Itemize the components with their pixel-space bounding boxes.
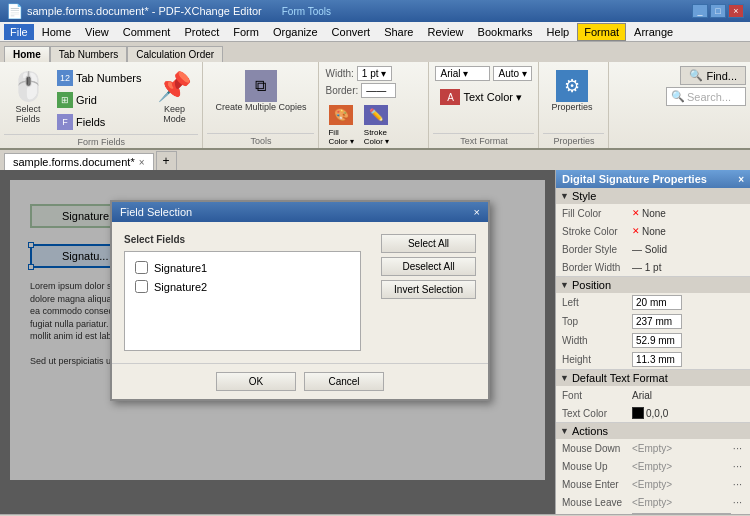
modal-title-bar: Field Selection ×	[112, 202, 488, 222]
section-text-format-header[interactable]: ▼ Default Text Format	[556, 370, 750, 386]
fill-color-row: Fill Color ✕ None	[556, 204, 750, 222]
select-all-button[interactable]: Select All	[381, 234, 476, 253]
section-position-header[interactable]: ▼ Position	[556, 277, 750, 293]
on-focus-dropdown[interactable]: All fields ▾	[632, 513, 731, 514]
menu-comment[interactable]: Comment	[117, 24, 177, 40]
invert-selection-button[interactable]: Invert Selection	[381, 280, 476, 299]
ok-button[interactable]: OK	[216, 372, 296, 391]
font-select[interactable]: Arial ▾	[435, 66, 490, 81]
modal-footer: OK Cancel	[112, 363, 488, 399]
menu-file[interactable]: File	[4, 24, 34, 40]
close-button[interactable]: ×	[728, 4, 744, 18]
width-row: Width 52.9 mm	[556, 331, 750, 350]
top-row: Top 237 mm	[556, 312, 750, 331]
tab-close-button[interactable]: ×	[139, 157, 145, 168]
deselect-all-button[interactable]: Deselect All	[381, 257, 476, 276]
menu-format[interactable]: Format	[577, 23, 626, 41]
search-input[interactable]: 🔍Search...	[666, 87, 746, 106]
section-actions-header[interactable]: ▼ Actions	[556, 423, 750, 439]
tab-numbers-button[interactable]: 12 Tab Numbers	[52, 68, 146, 88]
mouse-leave-ellipsis[interactable]: ···	[731, 496, 744, 508]
tab-home[interactable]: Home	[4, 46, 50, 62]
menu-home[interactable]: Home	[36, 24, 77, 40]
right-panel: Digital Signature Properties × ▼ Style F…	[555, 170, 750, 514]
field-item-signature1[interactable]: Signature1	[131, 258, 354, 277]
mouse-up-ellipsis[interactable]: ···	[731, 460, 744, 472]
form-tools-label: Form Tools	[282, 6, 331, 17]
field-checkbox-signature2[interactable]	[135, 280, 148, 293]
menu-convert[interactable]: Convert	[326, 24, 377, 40]
section-text-format: ▼ Default Text Format Font Arial Text Co…	[556, 370, 750, 423]
document-area: Signature1 Signatu... Lorem ipsum dolor …	[0, 170, 555, 514]
doc-tab-bar: sample.forms.document* × +	[0, 150, 750, 170]
modal-action-buttons: Select All Deselect All Invert Selection	[381, 234, 476, 351]
keep-mode-button[interactable]: 📌 KeepMode	[152, 66, 196, 128]
tab-tab-numbers[interactable]: Tab Numbers	[50, 46, 127, 62]
ribbon: 🖱️ SelectFields 12 Tab Numbers ⊞ Grid F …	[0, 62, 750, 150]
modal-section-label: Select Fields	[124, 234, 361, 245]
field-list: Signature1 Signature2	[124, 251, 361, 351]
field-item-signature2[interactable]: Signature2	[131, 277, 354, 296]
minimize-button[interactable]: _	[692, 4, 708, 18]
section-position: ▼ Position Left 20 mm Top 237 mm Width 5…	[556, 277, 750, 370]
modal-close-button[interactable]: ×	[474, 206, 480, 218]
mouse-up-row: Mouse Up <Empty> ···	[556, 457, 750, 475]
menu-share[interactable]: Share	[378, 24, 419, 40]
create-multiple-copies-button[interactable]: ⧉ Create Multiple Copies	[209, 66, 312, 116]
tab-calculation-order[interactable]: Calculation Order	[127, 46, 223, 62]
stroke-color-row: Stroke Color ✕ None	[556, 222, 750, 240]
title-bar-text: sample.forms.document* - PDF-XChange Edi…	[27, 5, 262, 17]
mouse-down-row: Mouse Down <Empty> ···	[556, 439, 750, 457]
mouse-leave-row: Mouse Leave <Empty> ···	[556, 493, 750, 511]
section-style: ▼ Style Fill Color ✕ None Stroke Color ✕…	[556, 188, 750, 277]
menu-arrange[interactable]: Arrange	[628, 24, 679, 40]
panel-close-button[interactable]: ×	[738, 174, 744, 185]
properties-button[interactable]: ⚙ Properties	[545, 66, 598, 116]
menu-bar: File Home View Comment Protect Form Orga…	[0, 22, 750, 42]
modal-overlay: Field Selection × Select Fields Signatur…	[0, 170, 555, 514]
grid-button[interactable]: ⊞ Grid	[52, 90, 146, 110]
menu-review[interactable]: Review	[421, 24, 469, 40]
find-button[interactable]: 🔍Find...	[680, 66, 746, 85]
select-fields-button[interactable]: 🖱️ SelectFields	[6, 66, 50, 128]
on-focus-row: On Focus All fields ▾ All fields Only sp…	[556, 511, 750, 514]
cancel-button[interactable]: Cancel	[304, 372, 384, 391]
border-width-row: Border Width — 1 pt	[556, 258, 750, 276]
fill-color-button[interactable]: 🎨 FillColor ▾	[325, 102, 356, 149]
menu-help[interactable]: Help	[541, 24, 576, 40]
menu-form[interactable]: Form	[227, 24, 265, 40]
mouse-enter-ellipsis[interactable]: ···	[731, 478, 744, 490]
title-bar: 📄 sample.forms.document* - PDF-XChange E…	[0, 0, 750, 22]
menu-bookmarks[interactable]: Bookmarks	[472, 24, 539, 40]
mouse-down-ellipsis[interactable]: ···	[731, 442, 744, 454]
width-input[interactable]: 1 pt ▾	[357, 66, 392, 81]
border-style-row: Border Style — Solid	[556, 240, 750, 258]
font-row: Font Arial	[556, 386, 750, 404]
text-color-swatch	[632, 407, 644, 419]
menu-view[interactable]: View	[79, 24, 115, 40]
section-actions: ▼ Actions Mouse Down <Empty> ··· Mouse U…	[556, 423, 750, 514]
font-size-select[interactable]: Auto ▾	[493, 66, 531, 81]
menu-organize[interactable]: Organize	[267, 24, 324, 40]
field-checkbox-signature1[interactable]	[135, 261, 148, 274]
new-tab-button[interactable]: +	[156, 151, 177, 170]
doc-tab-sample[interactable]: sample.forms.document* ×	[4, 153, 154, 170]
panel-title-bar: Digital Signature Properties ×	[556, 170, 750, 188]
mouse-enter-row: Mouse Enter <Empty> ···	[556, 475, 750, 493]
left-row: Left 20 mm	[556, 293, 750, 312]
maximize-button[interactable]: □	[710, 4, 726, 18]
field-selection-modal: Field Selection × Select Fields Signatur…	[110, 200, 490, 401]
height-row: Height 11.3 mm	[556, 350, 750, 369]
fields-button[interactable]: F Fields	[52, 112, 146, 132]
menu-protect[interactable]: Protect	[178, 24, 225, 40]
text-color-row: Text Color 0,0,0	[556, 404, 750, 422]
text-color-button[interactable]: A Text Color ▾	[435, 87, 527, 107]
stroke-color-button[interactable]: ✏️ StrokeColor ▾	[361, 102, 392, 149]
border-input[interactable]: ——	[361, 83, 396, 98]
section-style-header[interactable]: ▼ Style	[556, 188, 750, 204]
